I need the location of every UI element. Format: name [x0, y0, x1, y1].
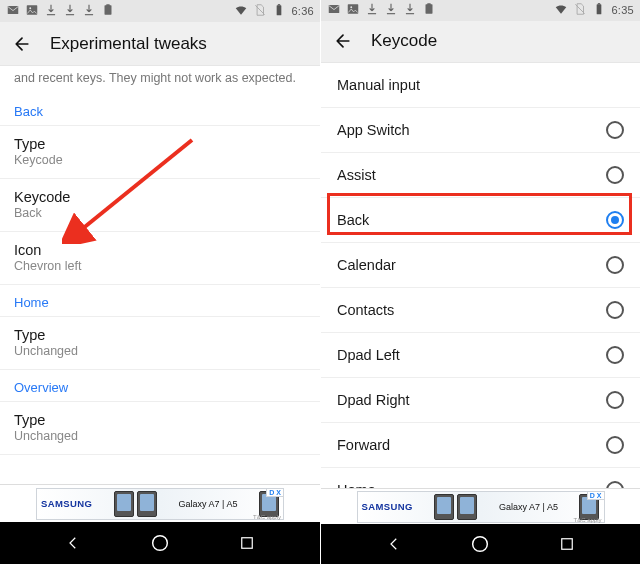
- ad-product: Galaxy A7 | A5: [499, 502, 558, 512]
- status-clock: 6:36: [291, 5, 314, 17]
- radio-label: Assist: [337, 167, 376, 183]
- radio-label: Dpad Right: [337, 392, 410, 408]
- ad-product: Galaxy A7 | A5: [179, 499, 238, 509]
- row-title: Type: [14, 327, 306, 343]
- radio-row[interactable]: Back: [321, 198, 640, 243]
- row-keycode-back[interactable]: Keycode Back: [0, 179, 320, 232]
- row-subtitle: Keycode: [14, 153, 306, 167]
- row-subtitle: Unchanged: [14, 429, 306, 443]
- nav-recents-button[interactable]: [235, 531, 259, 555]
- svg-rect-16: [598, 4, 600, 5]
- svg-rect-13: [426, 5, 433, 14]
- row-type-home[interactable]: Type Unchanged: [0, 316, 320, 370]
- navigation-bar: [321, 524, 640, 564]
- ad-content: SAMSUNG Galaxy A7 | A5 D X T&C apply: [36, 488, 284, 520]
- nav-home-button[interactable]: [148, 531, 172, 555]
- ad-phone-icon: [457, 494, 477, 520]
- radio-label: Dpad Left: [337, 347, 400, 363]
- wifi-icon: [234, 3, 248, 19]
- navigation-bar: [0, 522, 320, 564]
- phone-right: 6:35 Keycode Manual inputApp SwitchAssis…: [320, 0, 640, 564]
- ad-brand: SAMSUNG: [362, 501, 413, 512]
- radio-unselected-icon: [606, 301, 624, 319]
- svg-point-12: [350, 7, 352, 9]
- radio-unselected-icon: [606, 481, 624, 489]
- row-title: Type: [14, 412, 306, 428]
- radio-label: Home: [337, 482, 376, 489]
- radio-row[interactable]: App Switch: [321, 108, 640, 153]
- radio-selected-icon: [606, 211, 624, 229]
- page-title: Experimental tweaks: [50, 34, 207, 54]
- download-icon: [63, 3, 77, 19]
- ad-banner[interactable]: SAMSUNG Galaxy A7 | A5 D X T&C apply: [0, 484, 320, 522]
- description-text: and recent keys. They might not work as …: [0, 66, 320, 94]
- clipboard-icon: [422, 2, 436, 18]
- svg-rect-4: [106, 4, 110, 6]
- nav-recents-button[interactable]: [555, 532, 579, 556]
- svg-rect-14: [427, 4, 431, 6]
- section-label-home: Home: [0, 285, 320, 316]
- ad-content: SAMSUNG Galaxy A7 | A5 D X T&C apply: [357, 491, 605, 523]
- radio-row[interactable]: Home: [321, 468, 640, 489]
- nav-back-button[interactable]: [61, 531, 85, 555]
- no-sim-icon: [573, 2, 587, 18]
- radio-row[interactable]: Assist: [321, 153, 640, 198]
- radio-row[interactable]: Calendar: [321, 243, 640, 288]
- clipboard-icon: [101, 3, 115, 19]
- row-type-back[interactable]: Type Keycode: [0, 125, 320, 179]
- radio-label: Calendar: [337, 257, 396, 273]
- download-icon: [82, 3, 96, 19]
- mail-icon: [6, 3, 20, 19]
- row-type-overview[interactable]: Type Unchanged: [0, 401, 320, 455]
- row-icon-back[interactable]: Icon Chevron left: [0, 232, 320, 285]
- svg-rect-10: [329, 5, 340, 13]
- svg-rect-0: [8, 6, 19, 14]
- svg-rect-3: [105, 5, 112, 14]
- svg-rect-11: [348, 5, 359, 14]
- download-icon: [403, 2, 417, 18]
- app-bar: Experimental tweaks: [0, 22, 320, 66]
- radio-label: Manual input: [337, 77, 420, 93]
- radio-row[interactable]: Dpad Right: [321, 378, 640, 423]
- row-title: Keycode: [14, 189, 306, 205]
- battery-icon: [272, 3, 286, 19]
- radio-row[interactable]: Forward: [321, 423, 640, 468]
- battery-icon: [592, 2, 606, 18]
- svg-point-8: [153, 536, 168, 551]
- ad-banner[interactable]: SAMSUNG Galaxy A7 | A5 D X T&C apply: [321, 488, 640, 524]
- svg-rect-9: [241, 538, 252, 549]
- content-right: Manual inputApp SwitchAssistBackCalendar…: [321, 63, 640, 489]
- radio-row[interactable]: Dpad Left: [321, 333, 640, 378]
- svg-point-2: [29, 7, 31, 9]
- svg-rect-15: [597, 5, 602, 15]
- section-label-back: Back: [0, 94, 320, 125]
- svg-rect-1: [27, 5, 38, 14]
- content-left: and recent keys. They might not work as …: [0, 66, 320, 484]
- radio-row[interactable]: Manual input: [321, 63, 640, 108]
- back-arrow-icon[interactable]: [333, 31, 353, 51]
- nav-home-button[interactable]: [468, 532, 492, 556]
- back-arrow-icon[interactable]: [12, 34, 32, 54]
- download-icon: [384, 2, 398, 18]
- row-title: Type: [14, 136, 306, 152]
- svg-point-17: [473, 537, 488, 552]
- wifi-icon: [554, 2, 568, 18]
- adchoices-icon[interactable]: D X: [587, 491, 605, 501]
- radio-label: Back: [337, 212, 369, 228]
- app-bar: Keycode: [321, 21, 640, 63]
- status-bar: 6:35: [321, 0, 640, 21]
- no-sim-icon: [253, 3, 267, 19]
- radio-row[interactable]: Contacts: [321, 288, 640, 333]
- radio-unselected-icon: [606, 436, 624, 454]
- svg-rect-5: [277, 5, 282, 15]
- svg-rect-18: [562, 539, 573, 550]
- image-icon: [346, 2, 360, 18]
- section-label-overview: Overview: [0, 370, 320, 401]
- ad-phone-icon: [434, 494, 454, 520]
- radio-label: Forward: [337, 437, 390, 453]
- radio-label: App Switch: [337, 122, 410, 138]
- status-bar: 6:36: [0, 0, 320, 22]
- nav-back-button[interactable]: [382, 532, 406, 556]
- download-icon: [365, 2, 379, 18]
- adchoices-icon[interactable]: D X: [266, 488, 284, 498]
